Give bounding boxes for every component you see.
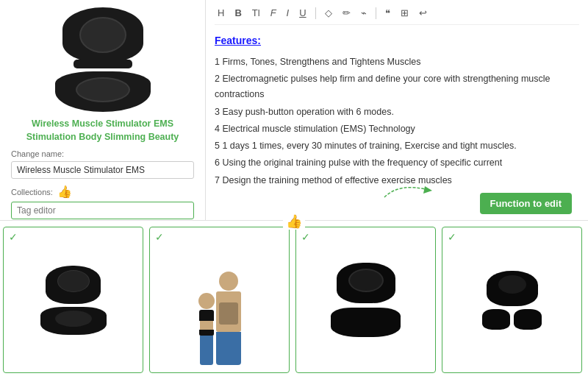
couple-group [198, 272, 241, 365]
toolbar-divider-2 [376, 7, 376, 19]
gallery-card-4[interactable]: ✓ [442, 227, 582, 373]
checkmark-3: ✓ [301, 231, 310, 243]
toolbar-f-btn[interactable]: F [268, 6, 279, 20]
ems-device-illustration-1 [40, 266, 107, 335]
main-container: Wireless Muscle Stimulator EMS Stimulati… [0, 0, 588, 379]
female-head [198, 293, 215, 309]
checkmark-4: ✓ [448, 231, 456, 243]
male-abs [219, 302, 238, 325]
collections-label: Collections: [11, 188, 53, 196]
toolbar-divider-1 [315, 7, 316, 19]
product-image-area [11, 7, 194, 112]
gallery-card-1[interactable]: ✓ [3, 227, 143, 373]
ems-small-pad-1 [482, 309, 510, 330]
toolbar-diamond-btn[interactable]: ◇ [322, 6, 335, 20]
right-panel: H B Tl F I U ◇ ✏ ⌁ ❝ ⊞ ↩ Features: 1 Fir… [206, 0, 588, 220]
ems-small-pad-2 [514, 309, 542, 330]
ems-body-illustration [331, 263, 401, 337]
feature-item-5: 5 1 days 1 times, every 30 minutes of tr… [215, 138, 579, 154]
toolbar-quote-btn[interactable]: ❝ [382, 6, 393, 20]
bottom-gallery: 👍 ✓ ✓ [0, 221, 588, 379]
feature-item-2: 2 Electromagnetic pulses help firm and d… [215, 71, 579, 103]
tag-editor-input[interactable] [11, 202, 194, 219]
male-torso [216, 291, 241, 332]
toolbar-tl-btn[interactable]: Tl [249, 6, 263, 20]
ems-multi-illustration [482, 271, 542, 330]
checkmark-1: ✓ [9, 231, 18, 243]
ems-multi-bottom-pads [482, 309, 542, 330]
female-top [199, 310, 214, 321]
ems-pad-small-1 [40, 307, 107, 335]
bottom-thumb-icon[interactable]: 👍 [283, 213, 305, 230]
toolbar-b-btn[interactable]: B [232, 6, 244, 20]
female-shorts [199, 330, 214, 336]
feature-item-6: 6 Using the original training pulse with… [215, 155, 579, 171]
gallery-card-2[interactable]: ✓ [149, 227, 290, 373]
arrow-annotation [377, 179, 436, 201]
toolbar-i-btn[interactable]: I [284, 6, 293, 20]
editor-content[interactable]: Features: 1 Firms, Tones, Strengthens an… [215, 32, 579, 214]
toolbar-undo-btn[interactable]: ↩ [416, 6, 430, 20]
female-midriff [200, 321, 213, 330]
ems-pad-large-1 [46, 266, 101, 304]
gallery-card-3[interactable]: ✓ [295, 227, 436, 373]
features-title: Features: [215, 32, 579, 50]
svg-marker-0 [423, 186, 432, 194]
editor-toolbar: H B Tl F I U ◇ ✏ ⌁ ❝ ⊞ ↩ [215, 6, 579, 25]
ems-multi-top-pad [487, 271, 538, 306]
male-person [216, 272, 241, 365]
top-section: Wireless Muscle Stimulator EMS Stimulati… [0, 0, 588, 221]
female-legs [200, 336, 213, 365]
toolbar-link-btn[interactable]: ⌁ [358, 6, 370, 20]
feature-item-1: 1 Firms, Tones, Strengthens and Tightens… [215, 54, 579, 70]
toolbar-pen-btn[interactable]: ✏ [340, 6, 354, 20]
feature-item-3: 3 Easy push-button operation with 6 mode… [215, 105, 579, 120]
name-input[interactable] [11, 161, 194, 179]
male-head [219, 272, 238, 291]
collections-row: Collections: 👍 [11, 185, 72, 199]
device-image-top [62, 7, 143, 63]
product-title: Wireless Muscle Stimulator EMS Stimulati… [11, 118, 194, 144]
change-name-label: Change name: [11, 149, 64, 158]
toolbar-table-btn[interactable]: ⊞ [398, 6, 412, 20]
left-panel: Wireless Muscle Stimulator EMS Stimulati… [0, 0, 206, 220]
checkmark-2: ✓ [155, 231, 164, 243]
male-legs [216, 332, 241, 365]
feature-item-4: 4 Electrical muscle stimulation (EMS) Te… [215, 121, 579, 137]
ems-body-pad-large [337, 263, 395, 303]
function-to-edit-button[interactable]: Function to edit [480, 193, 572, 214]
toolbar-u-btn[interactable]: U [296, 6, 309, 20]
ems-body-pad-medium [331, 308, 401, 337]
feature-list: 1 Firms, Tones, Strengthens and Tightens… [215, 54, 579, 188]
toolbar-h-btn[interactable]: H [215, 6, 227, 20]
thumb-up-icon[interactable]: 👍 [57, 185, 72, 199]
device-image-bottom [55, 71, 151, 112]
people-illustration [198, 227, 241, 372]
female-person [198, 293, 215, 365]
